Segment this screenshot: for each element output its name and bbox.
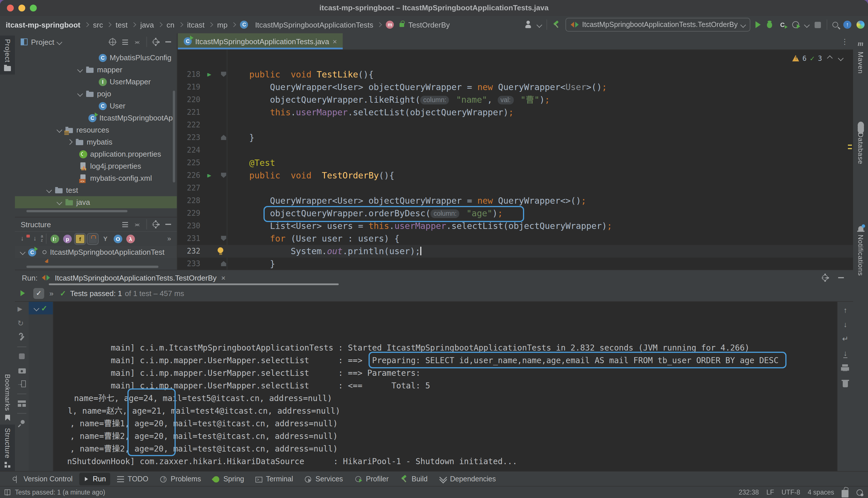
debug-button[interactable]: [767, 22, 772, 28]
sort-alphabetically-icon[interactable]: ↓az: [33, 234, 42, 243]
show-passed-toggle[interactable]: ✓: [33, 288, 44, 299]
next-problem-icon[interactable]: [838, 55, 844, 61]
show-lambdas-icon[interactable]: λ: [126, 234, 135, 243]
build-hammer-icon[interactable]: [552, 21, 560, 29]
user-icon[interactable]: [524, 21, 532, 29]
breadcrumb-item[interactable]: cn: [167, 21, 174, 29]
profiler-button[interactable]: [792, 21, 799, 28]
file-encoding[interactable]: UTF-8: [781, 489, 800, 496]
bottom-bar-run[interactable]: Run: [79, 473, 111, 485]
tree-item-test[interactable]: test: [15, 184, 177, 196]
breadcrumb-item[interactable]: TestOrderBy: [409, 21, 450, 29]
chevron-down-icon[interactable]: [804, 22, 810, 28]
tree-item-resources[interactable]: resources: [15, 124, 177, 136]
test-tree-selected-row[interactable]: ✓: [29, 302, 53, 314]
stop-button[interactable]: [815, 22, 821, 28]
soft-wrap-icon[interactable]: ↵: [842, 335, 848, 343]
project-panel-header[interactable]: Project: [15, 33, 177, 51]
layout-toggle-icon[interactable]: [4, 489, 10, 495]
editor-body[interactable]: 6 ✓ 3 218▶▶ public void TestLike(){219 Q…: [177, 49, 853, 270]
close-icon[interactable]: ×: [333, 38, 337, 45]
prev-problem-icon[interactable]: [827, 55, 833, 61]
gear-icon[interactable]: [822, 275, 828, 280]
run-test-gutter-icon[interactable]: ▶▶: [207, 172, 215, 180]
tree-item-log4j-properties[interactable]: log4j.properties: [15, 160, 177, 172]
rerun-failed-icon[interactable]: ↻: [17, 319, 26, 328]
bottom-bar-services[interactable]: Services: [300, 473, 348, 485]
expand-all-icon[interactable]: [122, 39, 128, 44]
fold-marker[interactable]: [221, 173, 226, 178]
structure-root-node[interactable]: ItcastMpSpringbootApplicationTest: [15, 246, 177, 258]
run-with-coverage-button[interactable]: C: [778, 21, 787, 29]
rerun-tests-button[interactable]: [21, 290, 25, 296]
gear-icon[interactable]: [153, 39, 158, 45]
fold-marker[interactable]: [221, 236, 226, 241]
tree-item-itcastmpspringbootap[interactable]: ItcastMpSpringbootAp: [15, 112, 177, 124]
show-non-public-icon[interactable]: [88, 234, 97, 243]
run-configuration-select[interactable]: ItcastMpSpringbootApplicationTests.TestO…: [566, 18, 750, 31]
scroll-down-icon[interactable]: ↓: [844, 321, 847, 329]
intention-bulb-icon[interactable]: [218, 247, 223, 253]
search-everywhere-icon[interactable]: [832, 22, 838, 28]
thread-dump-icon[interactable]: [17, 366, 26, 375]
breadcrumb-item[interactable]: java: [140, 21, 154, 29]
sort-by-visibility-icon[interactable]: ↓: [21, 234, 29, 243]
test-tree[interactable]: ✓: [29, 302, 53, 472]
show-inherited-icon[interactable]: I↑: [51, 234, 59, 243]
breadcrumb-item[interactable]: test: [116, 21, 128, 29]
tree-item-application-properties[interactable]: application.properties: [15, 148, 177, 160]
chevron-down-icon[interactable]: [57, 39, 63, 45]
vertical-scrollbar[interactable]: [173, 91, 175, 182]
tree-item-mapper[interactable]: mapper: [15, 64, 177, 76]
collapse-all-icon[interactable]: [134, 220, 142, 228]
expand-all-icon[interactable]: [122, 222, 128, 227]
rerun-icon[interactable]: ▶: [17, 305, 26, 314]
tree-item-mybatis[interactable]: mybatis: [15, 136, 177, 148]
hide-panel-icon[interactable]: [838, 277, 844, 278]
fold-marker[interactable]: [221, 72, 226, 77]
breadcrumb-item[interactable]: itcast: [187, 21, 205, 29]
tool-stripe-maven[interactable]: m Maven: [853, 36, 868, 77]
gear-icon[interactable]: [153, 221, 158, 227]
bottom-bar-spring[interactable]: Spring: [208, 473, 249, 485]
tool-stripe-bookmarks[interactable]: Bookmarks: [0, 371, 15, 424]
bottom-bar-terminal[interactable]: Terminal: [251, 473, 298, 485]
ide-settings-icon[interactable]: [856, 489, 863, 495]
horizontal-scrollbar[interactable]: [26, 210, 127, 212]
scroll-to-end-icon[interactable]: ↓: [844, 350, 847, 358]
wrench-icon[interactable]: [17, 333, 26, 341]
show-objects-icon[interactable]: O: [114, 234, 122, 243]
scroll-up-icon[interactable]: ↑: [844, 306, 847, 314]
pin-tab-icon[interactable]: [17, 419, 26, 428]
tree-item-mybatis-config-xml[interactable]: <>mybatis-config.xml: [15, 172, 177, 184]
fold-marker[interactable]: [221, 261, 226, 266]
update-icon[interactable]: ↑: [843, 21, 851, 29]
run-test-gutter-icon[interactable]: ▶▶: [207, 70, 215, 79]
close-icon[interactable]: ×: [221, 274, 225, 281]
more-icon[interactable]: »: [167, 235, 171, 243]
structure-panel-header[interactable]: Structure: [15, 218, 177, 231]
tree-item-java[interactable]: java: [15, 196, 177, 208]
breadcrumb-item[interactable]: itcast-mp-springboot: [6, 21, 80, 29]
tree-item-pojo[interactable]: pojo: [15, 88, 177, 100]
breadcrumb-item[interactable]: src: [93, 21, 103, 29]
tab-active-file[interactable]: ItcastMpSpringbootApplicationTests.java …: [178, 33, 343, 49]
horizontal-scrollbar[interactable]: [26, 266, 158, 268]
unlock-icon[interactable]: [842, 490, 848, 497]
chevron-down-icon[interactable]: [536, 22, 542, 28]
bottom-bar-build[interactable]: Build: [396, 473, 432, 485]
clear-console-icon[interactable]: [841, 379, 850, 388]
line-ending[interactable]: LF: [766, 489, 774, 496]
bottom-bar-profiler[interactable]: Profiler: [350, 473, 393, 485]
indent-setting[interactable]: 4 spaces: [808, 489, 834, 496]
show-visibility-icon[interactable]: Y: [101, 234, 109, 243]
more-icon[interactable]: »: [49, 289, 53, 298]
breadcrumb-item[interactable]: mp: [217, 21, 228, 29]
run-tab-label[interactable]: ItcastMpSpringbootApplicationTests.TestO…: [55, 273, 217, 282]
collapse-all-icon[interactable]: [134, 38, 142, 46]
inspection-widget[interactable]: 6 ✓ 3: [792, 54, 843, 63]
caret-position[interactable]: 232:38: [739, 489, 759, 496]
tool-stripe-notifications[interactable]: Notifications: [853, 223, 868, 279]
tool-stripe-project[interactable]: Project: [0, 36, 15, 75]
hide-panel-icon[interactable]: [165, 224, 171, 225]
